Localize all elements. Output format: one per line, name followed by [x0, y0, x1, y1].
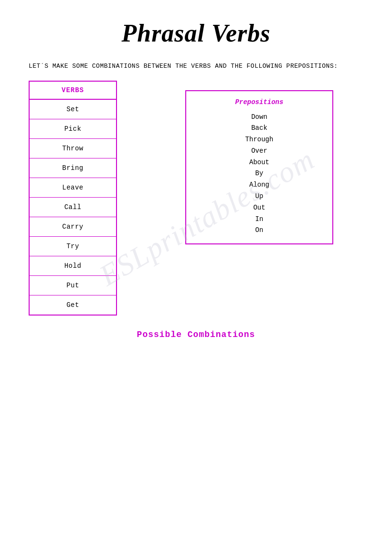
verbs-table: Verbs SetPickThrowBringLeaveCallCarryTry… — [29, 81, 117, 316]
verb-cell: Hold — [30, 256, 116, 276]
prepositions-header: Prepositions — [196, 98, 323, 106]
preposition-item: Back — [196, 123, 323, 134]
verb-cell: Bring — [30, 158, 116, 178]
verb-cell: Pick — [30, 119, 116, 139]
prepositions-list: DownBackThroughOverAboutByAlongUpOutInon — [196, 112, 323, 237]
prepositions-box: Prepositions DownBackThroughOverAboutByA… — [185, 90, 333, 245]
preposition-item: Over — [196, 146, 323, 157]
verbs-list: SetPickThrowBringLeaveCallCarryTryHoldPu… — [30, 100, 116, 315]
possible-combinations-label: Possible combinations — [29, 330, 363, 339]
preposition-item: Out — [196, 202, 323, 214]
page-title: Phrasal Verbs — [29, 19, 363, 47]
verb-cell: Leave — [30, 178, 116, 198]
verb-cell: Throw — [30, 139, 116, 158]
content-area: Verbs SetPickThrowBringLeaveCallCarryTry… — [29, 81, 363, 316]
preposition-item: on — [196, 225, 323, 236]
verb-cell: Put — [30, 276, 116, 295]
preposition-item: By — [196, 168, 323, 179]
verb-cell: Set — [30, 100, 116, 119]
preposition-item: Along — [196, 179, 323, 191]
verbs-header: Verbs — [30, 82, 116, 100]
preposition-item: About — [196, 157, 323, 168]
preposition-item: In — [196, 214, 323, 225]
verb-cell: Get — [30, 295, 116, 315]
verb-cell: Call — [30, 198, 116, 217]
preposition-item: Through — [196, 134, 323, 146]
instruction-text: Let´s make some combinations between the… — [29, 62, 363, 71]
verb-cell: Carry — [30, 217, 116, 237]
preposition-item: Up — [196, 191, 323, 202]
preposition-item: Down — [196, 112, 323, 123]
verb-cell: Try — [30, 237, 116, 256]
right-section: Prepositions DownBackThroughOverAboutByA… — [117, 81, 363, 245]
